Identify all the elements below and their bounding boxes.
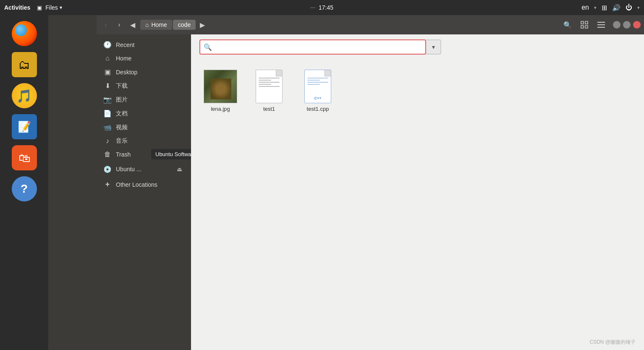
close-button[interactable]: ✕ xyxy=(633,21,641,29)
sidebar-item-recent[interactable]: 🕐 Recent xyxy=(97,38,191,52)
doc-line xyxy=(259,82,280,83)
up-button[interactable]: ◀ xyxy=(127,19,139,31)
sidebar-item-recent-label: Recent xyxy=(116,42,184,48)
breadcrumb-home[interactable]: ⌂ Home xyxy=(140,20,172,30)
sidebar-item-desktop[interactable]: ▣ Desktop xyxy=(97,65,191,79)
documents-icon: 📄 xyxy=(103,110,112,118)
help-dock-icon: ? xyxy=(12,176,37,201)
file-item-lena-jpg[interactable]: lena.jpg xyxy=(199,66,241,115)
dock-item-files[interactable]: 🗂 xyxy=(10,50,39,79)
software-dock-icon: 🛍 xyxy=(12,145,37,170)
breadcrumb-code-label: code xyxy=(178,21,191,28)
files-menu[interactable]: ▣ Files ▾ xyxy=(37,4,62,11)
doc-line xyxy=(259,86,280,87)
sidebar-item-documents-label: 文档 xyxy=(116,110,184,118)
dock-item-music[interactable]: 🎵 xyxy=(10,81,39,110)
recent-icon: 🕐 xyxy=(103,41,112,49)
svg-rect-2 xyxy=(581,26,584,28)
sidebar-item-documents[interactable]: 📄 文档 xyxy=(97,107,191,120)
sidebar-item-pictures-label: 图片 xyxy=(116,96,184,104)
other-locations-icon: + xyxy=(103,180,112,189)
writer-dock-icon: 📝 xyxy=(12,114,37,139)
language-indicator[interactable]: en xyxy=(581,4,589,11)
file-item-test1-cpp[interactable]: C++ test1.cpp xyxy=(297,66,339,115)
trash-icon: 🗑 xyxy=(103,151,112,158)
sidebar-item-music-label: 音乐 xyxy=(116,137,184,145)
file-icon-lena xyxy=(204,70,237,103)
power-icon[interactable]: ⏻ xyxy=(626,4,632,11)
desktop-icon: ▣ xyxy=(103,68,112,76)
volume-icon[interactable]: 🔊 xyxy=(612,4,620,12)
file-icon-test1-cpp: C++ xyxy=(301,70,335,103)
eject-button[interactable]: ⏏ xyxy=(174,164,184,174)
sidebar-item-videos[interactable]: 📹 视频 xyxy=(97,120,191,134)
breadcrumb: ⌂ Home code ▶ xyxy=(140,19,556,31)
doc-lines-cpp xyxy=(305,70,331,86)
sidebar-item-trash[interactable]: 🗑 Trash Ubuntu Software xyxy=(97,148,191,161)
doc-icon-test1 xyxy=(256,70,283,103)
app-window: ‹ › ◀ ⌂ Home code ▶ 🔍 xyxy=(97,15,644,350)
files-dock-icon: 🗂 xyxy=(12,52,37,77)
sidebar: 🕐 Recent ⌂ Home ▣ Desktop ⬇ 下载 📷 图片 📄 文 xyxy=(97,34,191,350)
breadcrumb-more-button[interactable]: ▶ xyxy=(196,19,208,31)
file-item-test1[interactable]: test1 xyxy=(248,66,290,115)
doc-icon-test1-cpp: C++ xyxy=(304,70,331,103)
topbar-time: 17:45 xyxy=(319,4,333,11)
dock-item-software[interactable]: 🛍 xyxy=(10,144,39,172)
maximize-button[interactable]: □ xyxy=(623,21,631,29)
titlebar-actions: 🔍 xyxy=(561,18,608,31)
music-sidebar-icon: ♪ xyxy=(103,137,112,145)
home-sidebar-icon: ⌂ xyxy=(103,55,112,62)
firefox-icon xyxy=(12,21,37,46)
sidebar-item-trash-label: Trash xyxy=(116,151,184,158)
topbar-center: — 17:45 xyxy=(310,4,333,11)
doc-lines-test1 xyxy=(256,70,282,89)
dock: 🗂 🎵 📝 🛍 ? xyxy=(0,15,48,350)
dock-item-firefox[interactable] xyxy=(10,19,39,48)
dock-item-writer[interactable]: 📝 xyxy=(10,112,39,141)
doc-line xyxy=(307,84,320,85)
doc-line xyxy=(307,78,328,78)
menu-button[interactable] xyxy=(594,18,608,31)
file-name-test1-cpp: test1.cpp xyxy=(307,106,329,112)
svg-rect-0 xyxy=(581,21,584,24)
sidebar-item-ubuntu-label: Ubuntu ... xyxy=(116,166,170,172)
forward-button[interactable]: › xyxy=(113,19,125,31)
doc-line xyxy=(307,82,328,83)
files-menu-arrow: ▾ xyxy=(60,5,62,10)
downloads-icon: ⬇ xyxy=(103,82,112,90)
sidebar-item-music[interactable]: ♪ 音乐 xyxy=(97,134,191,148)
network-icon[interactable]: ⊞ xyxy=(602,4,607,12)
content-area: 🔍 ▾ lena.jpg xyxy=(191,34,644,350)
sidebar-item-other-locations[interactable]: + Other Locations xyxy=(97,177,191,192)
search-container: 🔍 xyxy=(199,39,426,55)
sidebar-item-home[interactable]: ⌂ Home xyxy=(97,52,191,65)
search-dropdown-button[interactable]: ▾ xyxy=(426,39,441,55)
sidebar-item-downloads[interactable]: ⬇ 下载 xyxy=(97,79,191,93)
videos-icon: 📹 xyxy=(103,123,112,131)
svg-rect-1 xyxy=(585,21,588,24)
search-button[interactable]: 🔍 xyxy=(561,18,574,31)
search-input[interactable] xyxy=(215,44,422,50)
file-grid: lena.jpg xyxy=(191,58,644,350)
system-arrow[interactable]: ▾ xyxy=(637,5,640,10)
breadcrumb-code[interactable]: code xyxy=(173,20,196,30)
file-name-test1: test1 xyxy=(263,106,275,112)
sidebar-item-pictures[interactable]: 📷 图片 xyxy=(97,93,191,107)
dock-item-help[interactable]: ? xyxy=(10,175,39,203)
ubuntu-drive-icon: 💿 xyxy=(103,165,112,173)
files-menu-label: Files xyxy=(45,4,58,11)
breadcrumb-home-label: Home xyxy=(151,21,167,28)
main-area: 🕐 Recent ⌂ Home ▣ Desktop ⬇ 下载 📷 图片 📄 文 xyxy=(97,34,644,350)
sidebar-item-downloads-label: 下载 xyxy=(116,82,184,90)
activities-button[interactable]: Activities xyxy=(4,4,30,11)
lena-thumbnail xyxy=(204,70,237,103)
cpp-label: C++ xyxy=(314,96,321,100)
sidebar-item-ubuntu[interactable]: 💿 Ubuntu ... ⏏ xyxy=(97,161,191,177)
minimize-button[interactable]: — xyxy=(613,21,620,29)
file-icon-test1 xyxy=(252,70,286,103)
topbar: Activities ▣ Files ▾ — 17:45 en ▾ ⊞ 🔊 ⏻ … xyxy=(0,0,644,15)
back-button[interactable]: ‹ xyxy=(100,19,112,31)
search-icon: 🔍 xyxy=(204,43,212,51)
view-toggle-button[interactable] xyxy=(578,18,591,31)
